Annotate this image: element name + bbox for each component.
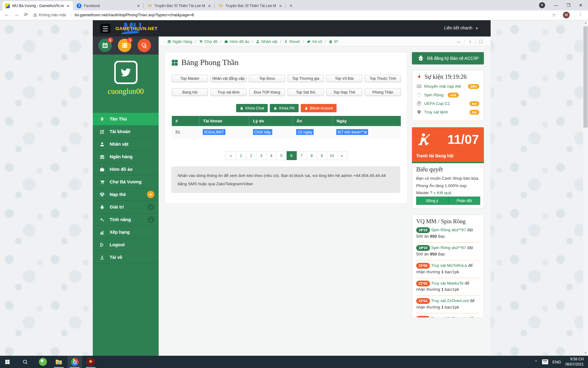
vote-disagree-button[interactable]: Phản đối <box>448 197 481 205</box>
rank-tab-button[interactable]: Bang hội <box>172 89 208 96</box>
hamburger-menu-button[interactable] <box>100 24 111 33</box>
action-button-khóa-chat[interactable]: Khóa Chat <box>236 104 268 112</box>
action-button-block-acount[interactable]: Block Acount <box>301 104 337 112</box>
breadcrumb-item[interactable]: IP <box>329 39 338 44</box>
page-button-3[interactable]: 3 <box>256 151 266 160</box>
sidebar-item-3[interactable]: Nhân vật <box>93 138 159 151</box>
rank-tab-button[interactable]: Top Thương gia <box>288 75 324 82</box>
reload-icon[interactable]: ⟳ <box>24 12 28 17</box>
tray-chevron-icon[interactable]: ⌃ <box>534 360 538 364</box>
security-indicator[interactable]: Không bảo mật <box>33 13 66 17</box>
download-indicator-icon[interactable]: ▼ <box>539 2 545 8</box>
rank-tab-button[interactable]: Top Sát thủ <box>288 89 324 96</box>
tab-close-icon[interactable]: ✕ <box>207 4 212 8</box>
minimize-button[interactable]: — <box>554 3 558 8</box>
scrollbar-thumb[interactable] <box>583 26 588 128</box>
language-indicator[interactable]: ENG <box>552 360 561 364</box>
page-button-8[interactable]: 8 <box>307 151 317 160</box>
event-date-card[interactable]: 11/07 Tranh tài Bang hội <box>412 127 484 162</box>
feed-item[interactable]: 18ʰ10Spin Rồng atul**87 đặt 500 ăn 950 B… <box>416 225 480 243</box>
new-tab-button[interactable]: + <box>287 2 295 10</box>
rank-tab-button[interactable]: Top Boss <box>249 75 285 82</box>
bookmark-star-icon[interactable]: ☆ <box>552 12 556 18</box>
sidebar-item-12[interactable]: Tải về <box>93 251 159 264</box>
notification-icon[interactable] <box>542 359 548 364</box>
start-button[interactable] <box>0 356 15 368</box>
breadcrumb-item[interactable]: Reset <box>284 39 300 44</box>
scroll-down-icon[interactable]: ▼ <box>583 351 588 355</box>
rank-tab-button[interactable]: Phong Thần <box>365 89 401 96</box>
page-button-1[interactable]: 1 <box>236 151 246 160</box>
close-button[interactable]: ✕ <box>579 3 582 8</box>
sidebar-item-7[interactable]: Nạp thẻ★ <box>93 188 159 201</box>
chat-button[interactable] <box>138 39 151 52</box>
page-button-»[interactable]: » <box>337 151 347 160</box>
breadcrumb-item[interactable]: Ngân hàng <box>167 39 192 44</box>
page-button-5[interactable]: 5 <box>277 151 287 160</box>
fullscreen-icon[interactable]: ⛶ <box>475 39 486 44</box>
list-button[interactable]: 3 <box>118 39 131 52</box>
rank-tab-button[interactable]: Nhân vật đẳng cấp <box>210 75 247 82</box>
resize-horizontal-icon[interactable]: ↔ <box>452 39 465 44</box>
rank-tab-button[interactable]: Đua TOP tháng <box>249 89 285 96</box>
rank-tab-button[interactable]: Top Nạp Thẻ <box>326 89 362 96</box>
taskbar-search-button[interactable] <box>18 356 32 368</box>
browser-tab[interactable]: MU Bá Vương - GamethuVN.net✕ <box>2 1 73 10</box>
feed-item[interactable]: 18ʰ10Spin Rồng atul**87 đặt 500 ăn 950 B… <box>416 243 480 260</box>
acc-protect-button[interactable]: Đã đăng ký Bảo vệ ACC/IP <box>412 52 484 64</box>
sidebar-item-10[interactable]: Xếp hạng <box>93 226 159 239</box>
browser-tab[interactable]: fFacebook✕ <box>74 1 143 10</box>
feed-item[interactable]: 21ʰ56Truy sát MoToRoLa để nhận thưởng 1 … <box>416 260 480 278</box>
vote-agree-button[interactable]: Đồng ý <box>416 197 448 205</box>
breadcrumb-item[interactable]: Vé số <box>307 39 322 44</box>
rank-tab-button[interactable]: Top Thuộc Tính <box>365 75 401 82</box>
feed-item[interactable]: 21ʰ54Truy sát ZzOverLord để nhận thưởng … <box>416 296 480 313</box>
vote-result-link[interactable]: » Kết quả <box>433 190 451 195</box>
sidebar-item-4[interactable]: Ngân hàng <box>93 151 159 163</box>
page-button-6[interactable]: 6 <box>287 151 297 160</box>
menu-dots-icon[interactable]: ⋮ <box>578 12 582 17</box>
breadcrumb-item[interactable]: Hòm đồ ảo <box>224 39 249 44</box>
back-icon[interactable]: ← <box>4 12 9 17</box>
taskbar-chrome-button[interactable] <box>67 356 82 368</box>
chevron-down-icon[interactable]: ⌄ <box>148 216 154 223</box>
taskbar-mu-game-button[interactable] <box>83 356 98 368</box>
browser-tab[interactable]: TRTruyện Bác Sĩ Thiên Tài Lee Mooj✕ <box>145 1 214 10</box>
page-button-7[interactable]: 7 <box>297 151 307 160</box>
tab-close-icon[interactable]: ✕ <box>136 4 141 8</box>
tab-close-icon[interactable]: ✕ <box>66 4 70 8</box>
page-button-10[interactable]: 10 <box>327 151 337 160</box>
taskbar-clock[interactable]: 9:58 CH 06/07/2021 <box>565 357 584 367</box>
resize-vertical-icon[interactable]: ↕ <box>465 39 475 44</box>
rank-tab-button[interactable]: Top Võ Đài <box>326 75 362 82</box>
sidebar-item-5[interactable]: Hòm đồ ảo <box>93 163 159 176</box>
breadcrumb-item[interactable]: Chợ đồ <box>199 39 217 44</box>
taskbar-explorer-button[interactable] <box>51 356 66 368</box>
event-item[interactable]: Spin Rồngmới <box>417 92 479 98</box>
page-button-«[interactable]: « <box>226 151 236 160</box>
feed-item[interactable]: 21ʰ55Truy sát MaxkuTe để nhận thưởng 1 b… <box>416 278 480 296</box>
page-button-4[interactable]: 4 <box>266 151 277 160</box>
sidebar-item-11[interactable]: Logout <box>93 239 159 251</box>
feed-item[interactable]: 21ʰ53Truy sát BoThjenHa để nhận thưởng 1… <box>416 313 480 318</box>
event-item[interactable]: UEFA Cup C1hot <box>417 101 479 106</box>
browser-tab[interactable]: TRTruyện Bác Sĩ Thiên Tài Lee Moo✕ <box>216 1 285 10</box>
sidebar-item-8[interactable]: Giải trí⌄ <box>93 201 159 213</box>
site-logo[interactable]: MU GAMETHUVN.NET <box>115 22 183 35</box>
event-item[interactable]: Truy sát lệnhhot <box>417 109 479 115</box>
rank-tab-button[interactable]: Top Master <box>172 75 208 82</box>
quick-links-dropdown[interactable]: Liên kết nhanh ▼ <box>444 25 478 30</box>
tab-close-icon[interactable]: ✕ <box>278 4 283 8</box>
info-note[interactable]: Nhấn vào dòng thông tin để xem ảnh kèo t… <box>171 167 400 193</box>
calendar-button[interactable]: 5 <box>98 39 112 52</box>
sidebar-item-6[interactable]: Chợ Bá Vương <box>93 176 159 188</box>
action-button-khóa-pk[interactable]: Khóa PK <box>270 104 298 112</box>
forward-icon[interactable]: → <box>14 12 19 17</box>
rank-tab-button[interactable]: Truy sát lệnh <box>210 89 247 96</box>
taskbar-coccoc-button[interactable] <box>36 356 50 368</box>
sidebar-item-1[interactable]: Tân Thủ <box>93 113 159 125</box>
event-item[interactable]: Khuyến mãi nạp thẻ20% <box>417 84 479 89</box>
scroll-up-icon[interactable]: ▲ <box>583 21 588 25</box>
twitter-icon[interactable] <box>114 61 138 84</box>
page-button-9[interactable]: 9 <box>317 151 327 160</box>
